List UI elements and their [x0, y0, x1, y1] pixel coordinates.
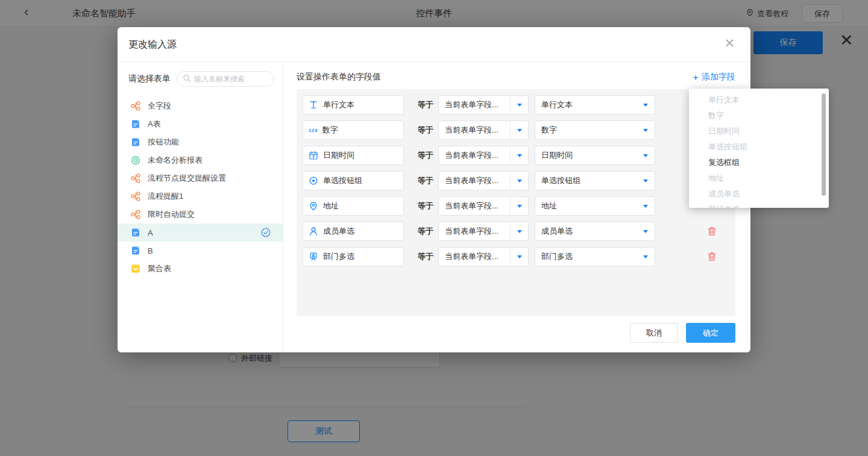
field-name-box: 部门多选 [303, 247, 404, 266]
value-select[interactable]: 成员单选 [535, 222, 655, 241]
source-select[interactable]: 当前表单字段... [438, 247, 529, 266]
value-select-value: 单选按钮组 [535, 175, 637, 186]
sidebar-item-label: 流程节点提交提醒设置 [148, 173, 226, 184]
caret-down-icon [510, 96, 528, 114]
dialog-title: 更改输入源 [128, 39, 177, 51]
operator-label: 等于 [413, 175, 438, 186]
sidebar-item[interactable]: B [118, 242, 283, 260]
field-row: 单行文本 等于 当前表单字段... 单行文本 [303, 95, 729, 114]
sidebar-item[interactable]: 聚合表 [118, 260, 283, 278]
value-select-value: 单行文本 [535, 99, 637, 110]
add-field-menu-items: 单行文本数字日期时间单选按钮组复选框组地址成员单选部门多选 [689, 92, 829, 208]
add-field-button[interactable]: + 添加字段 [693, 72, 735, 83]
field-label: 成员单选 [323, 226, 354, 237]
sidebar-item[interactable]: 全字段 [118, 97, 283, 115]
search-icon [183, 74, 191, 84]
sidebar-head: 请选择表单 [118, 62, 283, 87]
field-name-box: 地址 [303, 196, 404, 216]
value-select[interactable]: 地址 [535, 196, 655, 216]
search-input[interactable] [194, 75, 268, 83]
field-row: 地址 等于 当前表单字段... 地址 [303, 196, 729, 216]
field-row: 123 数字 等于 当前表单字段... 数字 [303, 120, 729, 140]
form-icon [131, 228, 140, 237]
field-label: 部门多选 [323, 251, 354, 262]
caret-down-icon [637, 121, 655, 139]
app-root: ‹ 未命名智能助手 控件事件 查看教程 保存 保存 ✕ 外部链接 测试 更改输入… [0, 0, 868, 456]
flow-icon [131, 101, 140, 111]
menu-item[interactable]: 单行文本 [689, 92, 829, 108]
caret-down-icon [637, 197, 655, 215]
sidebar-item[interactable]: A [118, 223, 283, 242]
sidebar-item[interactable]: 按钮功能 [118, 133, 283, 151]
sidebar-item-label: 流程提醒1 [148, 191, 183, 202]
operator-label: 等于 [413, 125, 438, 136]
menu-item[interactable]: 部门多选 [689, 202, 829, 208]
value-select-value: 成员单选 [535, 226, 637, 237]
field-name-box: 单选按钮组 [303, 171, 404, 190]
operator-label: 等于 [413, 201, 438, 211]
value-select[interactable]: 单选按钮组 [535, 171, 655, 190]
caret-down-icon [510, 248, 528, 266]
sidebar-item[interactable]: 未命名分析报表 [118, 151, 283, 169]
menu-item[interactable]: 数字 [689, 108, 829, 123]
operator-label: 等于 [413, 150, 438, 161]
sidebar-item-label: 按钮功能 [148, 137, 179, 148]
source-select[interactable]: 当前表单字段... [438, 222, 529, 241]
text-icon [309, 100, 318, 110]
field-row: 成员单选 等于 当前表单字段... 成员单选 [303, 222, 729, 241]
value-select-value: 数字 [535, 125, 637, 136]
field-label: 数字 [322, 125, 338, 136]
caret-down-icon [510, 222, 528, 240]
field-row: 日期时间 等于 当前表单字段... 日期时间 [303, 146, 729, 165]
check-circle-icon [261, 228, 271, 237]
sidebar-item[interactable]: 限时自动提交 [118, 205, 283, 223]
menu-item[interactable]: 单选按钮组 [689, 139, 829, 155]
field-name-box: 成员单选 [303, 222, 404, 241]
sidebar-item[interactable]: 流程提醒1 [118, 187, 283, 205]
caret-down-icon [637, 96, 655, 114]
menu-item[interactable]: 日期时间 [689, 123, 829, 139]
value-select-value: 日期时间 [535, 150, 637, 161]
form-list: 全字段 A表 按钮功能 未命名分析报表 流程节点提交提醒设置 流程提醒1 [118, 97, 283, 278]
source-select-value: 当前表单字段... [439, 175, 510, 186]
datetime-icon [309, 151, 318, 160]
sidebar-item[interactable]: A表 [118, 115, 283, 133]
cancel-button[interactable]: 取消 [630, 323, 678, 343]
sidebar-item-label: A [148, 228, 153, 237]
form-icon [131, 246, 140, 255]
caret-down-icon [637, 146, 655, 164]
source-select[interactable]: 当前表单字段... [438, 196, 529, 216]
menu-item[interactable]: 复选框组 [689, 155, 829, 170]
trash-icon[interactable] [706, 251, 717, 262]
field-name-box: 123 数字 [303, 120, 404, 140]
number-icon: 123 [309, 128, 318, 133]
field-label: 单选按钮组 [323, 175, 362, 186]
value-select[interactable]: 日期时间 [535, 146, 655, 165]
trash-icon[interactable] [706, 226, 717, 237]
change-input-source-dialog: 更改输入源 ✕ 请选择表单 全字段 A表 [118, 27, 750, 352]
caret-down-icon [637, 222, 655, 240]
value-select-value: 地址 [535, 201, 637, 211]
value-select[interactable]: 单行文本 [535, 95, 655, 114]
dialog-body: 请选择表单 全字段 A表 按钮功能 未命名分析报表 [118, 62, 750, 352]
field-row: 单选按钮组 等于 当前表单字段... 单选按钮组 [303, 171, 729, 190]
sidebar-item-label: A表 [148, 119, 161, 130]
value-select[interactable]: 数字 [535, 120, 655, 140]
operator-label: 等于 [413, 226, 438, 237]
confirm-button[interactable]: 确定 [686, 323, 735, 343]
menu-item[interactable]: 地址 [689, 170, 829, 186]
caret-down-icon [637, 248, 655, 266]
sidebar-item[interactable]: 流程节点提交提醒设置 [118, 169, 283, 187]
caret-down-icon [510, 146, 528, 164]
value-select[interactable]: 部门多选 [535, 247, 655, 266]
form-sidebar: 请选择表单 全字段 A表 按钮功能 未命名分析报表 [118, 62, 283, 352]
dialog-close-icon[interactable]: ✕ [724, 37, 735, 49]
menu-scrollbar[interactable] [822, 93, 826, 196]
search-box[interactable] [177, 71, 274, 87]
dept-icon [309, 252, 318, 261]
source-select[interactable]: 当前表单字段... [438, 171, 529, 190]
source-select[interactable]: 当前表单字段... [438, 120, 529, 140]
source-select[interactable]: 当前表单字段... [438, 95, 529, 114]
menu-item[interactable]: 成员单选 [689, 186, 829, 202]
source-select[interactable]: 当前表单字段... [438, 146, 529, 165]
